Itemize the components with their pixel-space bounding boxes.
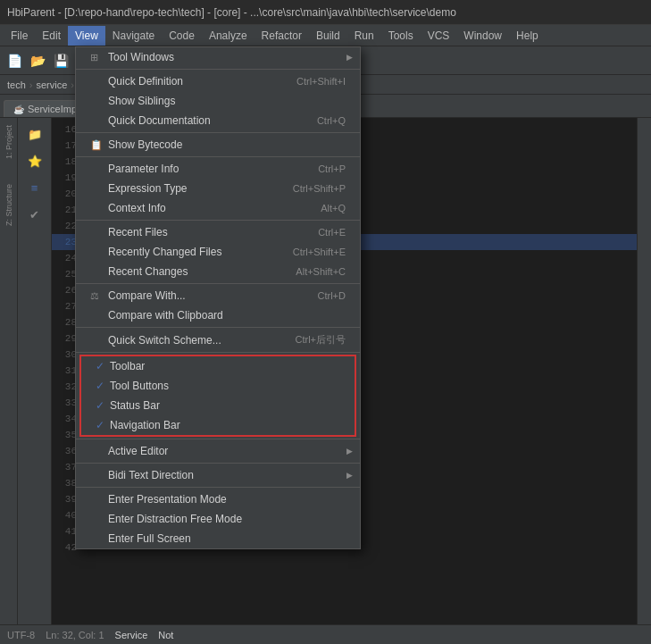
toolbar-save-btn[interactable]: 💾 (50, 50, 71, 71)
menu-vcs[interactable]: VCS (421, 26, 457, 46)
title-text: HbiParent - [D:\repo-hand\repo-tech\tech… (7, 6, 456, 19)
menu-run[interactable]: Run (347, 26, 381, 46)
menu-full-screen[interactable]: Enter Full Screen (76, 529, 360, 548)
sep3 (76, 156, 360, 157)
structure-panel-label[interactable]: Z: Structure (4, 180, 13, 230)
sep7 (76, 352, 360, 353)
commit-btn[interactable]: ✔ (22, 202, 47, 227)
menu-view[interactable]: View (68, 26, 105, 46)
menu-compare-with[interactable]: ⚖ Compare With... Ctrl+D (76, 286, 360, 305)
checked-group: ✓ Toolbar ✓ Tool Buttons ✓ Status Bar ✓ … (79, 355, 356, 437)
menu-code[interactable]: Code (162, 26, 202, 46)
navigation-bar-check: ✓ (96, 419, 110, 431)
status-line: Ln: 32, Col: 1 (46, 630, 104, 640)
menu-show-siblings[interactable]: Show Siblings (76, 91, 360, 111)
scrollbar-area[interactable] (637, 118, 651, 624)
menu-show-bytecode[interactable]: 📋 Show Bytecode (76, 135, 360, 155)
menu-distraction-free[interactable]: Enter Distraction Free Mode (76, 509, 360, 529)
sep2 (76, 132, 360, 133)
project-btn[interactable]: 📁 (22, 121, 47, 146)
title-bar: HbiParent - [D:\repo-hand\repo-tech\tech… (0, 0, 651, 25)
menu-tool-windows[interactable]: ⊞ Tool Windows (76, 47, 360, 67)
sep10 (76, 487, 360, 488)
menu-navigate[interactable]: Navigate (105, 26, 162, 46)
status-service: Service (115, 630, 148, 640)
menu-recent-changes[interactable]: Recent Changes Alt+Shift+C (76, 262, 360, 281)
menu-tools[interactable]: Tools (381, 26, 421, 46)
menu-context-info[interactable]: Context Info Alt+Q (76, 198, 360, 218)
status-bar: UTF-8 Ln: 32, Col: 1 Service Not (0, 624, 651, 644)
menu-edit[interactable]: Edit (35, 26, 68, 46)
menu-bidi-text[interactable]: Bidi Text Direction (76, 465, 360, 485)
breadcrumb-tech[interactable]: tech (7, 79, 26, 90)
status-encoding: UTF-8 (7, 630, 35, 640)
menu-toolbar[interactable]: ✓ Toolbar (81, 356, 355, 376)
menu-recent-files[interactable]: Recent Files Ctrl+E (76, 222, 360, 242)
menu-parameter-info[interactable]: Parameter Info Ctrl+P (76, 159, 360, 179)
menu-file[interactable]: File (4, 26, 35, 46)
favorites-btn[interactable]: ⭐ (22, 148, 47, 173)
toolbar-check: ✓ (96, 360, 110, 372)
menu-tool-buttons[interactable]: ✓ Tool Buttons (81, 376, 355, 396)
tool-buttons-check: ✓ (96, 380, 110, 392)
left-side-panel: 1: Project Z: Structure (0, 118, 18, 624)
menu-recently-changed-files[interactable]: Recently Changed Files Ctrl+Shift+E (76, 242, 360, 262)
menu-refactor[interactable]: Refactor (255, 26, 309, 46)
view-menu-dropdown: ⊞ Tool Windows Quick Definition Ctrl+Shi… (75, 46, 361, 549)
sep6 (76, 327, 360, 328)
toolbar-open-btn[interactable]: 📂 (27, 50, 48, 71)
menu-status-bar[interactable]: ✓ Status Bar (81, 396, 355, 415)
structure-btn[interactable]: ≡ (22, 175, 47, 200)
status-bar-check: ✓ (96, 399, 110, 412)
left-icon-panel: 📁 ⭐ ≡ ✔ (18, 118, 52, 624)
menu-help[interactable]: Help (509, 26, 546, 46)
toolbar-new-btn[interactable]: 📄 (4, 50, 25, 71)
sep8 (76, 439, 360, 439)
sep1 (76, 69, 360, 70)
menu-quick-definition[interactable]: Quick Definition Ctrl+Shift+I (76, 71, 360, 91)
tool-windows-icon: ⊞ (90, 52, 104, 63)
status-not: Not (158, 630, 173, 640)
menu-quick-documentation[interactable]: Quick Documentation Ctrl+Q (76, 111, 360, 130)
menu-window[interactable]: Window (456, 26, 509, 46)
menu-compare-clipboard[interactable]: Compare with Clipboard (76, 305, 360, 325)
menu-bar: File Edit View Navigate Code Analyze Ref… (0, 25, 651, 46)
menu-expression-type[interactable]: Expression Type Ctrl+Shift+P (76, 179, 360, 198)
menu-active-editor[interactable]: Active Editor (76, 441, 360, 461)
project-panel-label[interactable]: 1: Project (4, 121, 13, 163)
menu-presentation-mode[interactable]: Enter Presentation Mode (76, 489, 360, 509)
sep5 (76, 283, 360, 284)
sep4 (76, 220, 360, 221)
sep9 (76, 463, 360, 464)
menu-quick-switch[interactable]: Quick Switch Scheme... Ctrl+后引号 (76, 330, 360, 350)
menu-navigation-bar[interactable]: ✓ Navigation Bar (81, 415, 355, 435)
menu-build[interactable]: Build (309, 26, 347, 46)
menu-analyze[interactable]: Analyze (202, 26, 255, 46)
breadcrumb-service[interactable]: service (36, 79, 67, 90)
